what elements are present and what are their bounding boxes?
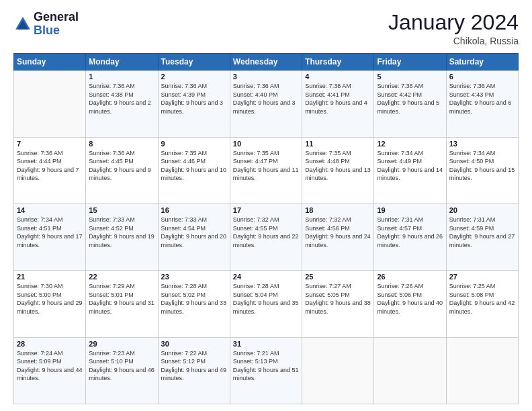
day-info: Sunrise: 7:36 AM Sunset: 4:44 PM Dayligh… (17, 149, 83, 183)
day-cell (374, 337, 446, 404)
col-thursday: Thursday (302, 54, 374, 71)
day-number: 16 (161, 206, 227, 214)
day-info: Sunrise: 7:34 AM Sunset: 4:51 PM Dayligh… (17, 216, 83, 249)
header: General Blue January 2024 Chikola, Russi… (13, 11, 519, 46)
day-cell: 1Sunrise: 7:36 AM Sunset: 4:38 PM Daylig… (86, 71, 158, 137)
day-info: Sunrise: 7:35 AM Sunset: 4:46 PM Dayligh… (161, 149, 227, 183)
day-number: 6 (449, 73, 515, 81)
day-number: 15 (89, 206, 154, 214)
day-cell: 4Sunrise: 7:36 AM Sunset: 4:41 PM Daylig… (302, 71, 374, 137)
day-number: 22 (89, 273, 154, 281)
day-number: 13 (449, 140, 515, 148)
day-info: Sunrise: 7:22 AM Sunset: 5:12 PM Dayligh… (161, 349, 227, 383)
page: General Blue January 2024 Chikola, Russi… (0, 0, 532, 411)
day-number: 9 (161, 140, 227, 148)
day-info: Sunrise: 7:32 AM Sunset: 4:56 PM Dayligh… (305, 216, 371, 249)
day-cell: 11Sunrise: 7:35 AM Sunset: 4:48 PM Dayli… (302, 137, 374, 203)
day-number: 11 (305, 140, 371, 148)
day-info: Sunrise: 7:36 AM Sunset: 4:39 PM Dayligh… (161, 82, 227, 116)
day-info: Sunrise: 7:28 AM Sunset: 5:02 PM Dayligh… (161, 282, 227, 316)
day-info: Sunrise: 7:33 AM Sunset: 4:52 PM Dayligh… (89, 216, 154, 249)
calendar-body: 1Sunrise: 7:36 AM Sunset: 4:38 PM Daylig… (14, 71, 519, 404)
day-info: Sunrise: 7:28 AM Sunset: 5:04 PM Dayligh… (233, 282, 299, 316)
day-info: Sunrise: 7:21 AM Sunset: 5:13 PM Dayligh… (233, 349, 299, 383)
day-number: 26 (377, 273, 443, 281)
day-number: 3 (233, 73, 299, 81)
col-sunday: Sunday (14, 54, 86, 71)
day-number: 17 (233, 206, 299, 214)
day-cell: 8Sunrise: 7:36 AM Sunset: 4:45 PM Daylig… (86, 137, 158, 203)
day-number: 19 (377, 206, 443, 214)
day-number: 2 (161, 73, 227, 81)
day-info: Sunrise: 7:33 AM Sunset: 4:54 PM Dayligh… (161, 216, 227, 249)
day-cell: 7Sunrise: 7:36 AM Sunset: 4:44 PM Daylig… (14, 137, 86, 203)
day-cell: 12Sunrise: 7:34 AM Sunset: 4:49 PM Dayli… (374, 137, 446, 203)
day-cell: 27Sunrise: 7:25 AM Sunset: 5:08 PM Dayli… (446, 271, 518, 337)
day-info: Sunrise: 7:24 AM Sunset: 5:09 PM Dayligh… (17, 349, 83, 383)
day-cell: 16Sunrise: 7:33 AM Sunset: 4:54 PM Dayli… (158, 203, 230, 270)
day-number: 4 (305, 73, 371, 81)
day-info: Sunrise: 7:34 AM Sunset: 4:50 PM Dayligh… (449, 149, 515, 183)
day-cell: 14Sunrise: 7:34 AM Sunset: 4:51 PM Dayli… (14, 203, 86, 270)
week-row-3: 14Sunrise: 7:34 AM Sunset: 4:51 PM Dayli… (14, 203, 519, 270)
day-cell: 20Sunrise: 7:31 AM Sunset: 4:59 PM Dayli… (446, 203, 518, 270)
day-number: 1 (89, 73, 154, 81)
logo-general: General (34, 11, 79, 24)
day-cell: 3Sunrise: 7:36 AM Sunset: 4:40 PM Daylig… (230, 71, 302, 137)
day-info: Sunrise: 7:36 AM Sunset: 4:38 PM Dayligh… (89, 82, 154, 116)
day-number: 18 (305, 206, 371, 214)
day-info: Sunrise: 7:26 AM Sunset: 5:06 PM Dayligh… (377, 282, 443, 316)
day-cell: 25Sunrise: 7:27 AM Sunset: 5:05 PM Dayli… (302, 271, 374, 337)
day-cell: 6Sunrise: 7:36 AM Sunset: 4:43 PM Daylig… (446, 71, 518, 137)
day-cell: 15Sunrise: 7:33 AM Sunset: 4:52 PM Dayli… (86, 203, 158, 270)
day-info: Sunrise: 7:31 AM Sunset: 4:57 PM Dayligh… (377, 216, 443, 249)
day-number: 28 (17, 340, 83, 348)
calendar-header: Sunday Monday Tuesday Wednesday Thursday… (14, 54, 519, 71)
day-number: 29 (89, 340, 154, 348)
day-cell (14, 71, 86, 137)
col-friday: Friday (374, 54, 446, 71)
day-number: 30 (161, 340, 227, 348)
day-cell: 5Sunrise: 7:36 AM Sunset: 4:42 PM Daylig… (374, 71, 446, 137)
week-row-5: 28Sunrise: 7:24 AM Sunset: 5:09 PM Dayli… (14, 337, 519, 404)
logo-text: General Blue (34, 11, 79, 38)
day-cell: 9Sunrise: 7:35 AM Sunset: 4:46 PM Daylig… (158, 137, 230, 203)
col-tuesday: Tuesday (158, 54, 230, 71)
day-info: Sunrise: 7:30 AM Sunset: 5:00 PM Dayligh… (17, 282, 83, 316)
day-info: Sunrise: 7:36 AM Sunset: 4:43 PM Dayligh… (449, 82, 515, 116)
day-number: 20 (449, 206, 515, 214)
day-cell (302, 337, 374, 404)
day-cell: 23Sunrise: 7:28 AM Sunset: 5:02 PM Dayli… (158, 271, 230, 337)
day-number: 8 (89, 140, 154, 148)
header-row: Sunday Monday Tuesday Wednesday Thursday… (14, 54, 519, 71)
col-saturday: Saturday (446, 54, 518, 71)
day-info: Sunrise: 7:35 AM Sunset: 4:48 PM Dayligh… (305, 149, 371, 183)
day-info: Sunrise: 7:23 AM Sunset: 5:10 PM Dayligh… (89, 349, 154, 383)
day-number: 31 (233, 340, 299, 348)
week-row-1: 1Sunrise: 7:36 AM Sunset: 4:38 PM Daylig… (14, 71, 519, 137)
day-cell: 26Sunrise: 7:26 AM Sunset: 5:06 PM Dayli… (374, 271, 446, 337)
day-number: 25 (305, 273, 371, 281)
day-number: 7 (17, 140, 83, 148)
day-number: 23 (161, 273, 227, 281)
day-cell: 30Sunrise: 7:22 AM Sunset: 5:12 PM Dayli… (158, 337, 230, 404)
logo: General Blue (13, 11, 79, 38)
logo-blue: Blue (34, 24, 60, 37)
day-info: Sunrise: 7:35 AM Sunset: 4:47 PM Dayligh… (233, 149, 299, 183)
day-cell (446, 337, 518, 404)
month-title: January 2024 (388, 11, 519, 34)
day-cell: 17Sunrise: 7:32 AM Sunset: 4:55 PM Dayli… (230, 203, 302, 270)
day-cell: 10Sunrise: 7:35 AM Sunset: 4:47 PM Dayli… (230, 137, 302, 203)
calendar-table: Sunday Monday Tuesday Wednesday Thursday… (13, 53, 519, 404)
day-cell: 22Sunrise: 7:29 AM Sunset: 5:01 PM Dayli… (86, 271, 158, 337)
day-number: 12 (377, 140, 443, 148)
day-number: 5 (377, 73, 443, 81)
day-cell: 21Sunrise: 7:30 AM Sunset: 5:00 PM Dayli… (14, 271, 86, 337)
col-monday: Monday (86, 54, 158, 71)
title-block: January 2024 Chikola, Russia (388, 11, 519, 46)
week-row-2: 7Sunrise: 7:36 AM Sunset: 4:44 PM Daylig… (14, 137, 519, 203)
day-cell: 24Sunrise: 7:28 AM Sunset: 5:04 PM Dayli… (230, 271, 302, 337)
logo-icon (13, 15, 32, 34)
day-info: Sunrise: 7:32 AM Sunset: 4:55 PM Dayligh… (233, 216, 299, 249)
day-number: 10 (233, 140, 299, 148)
